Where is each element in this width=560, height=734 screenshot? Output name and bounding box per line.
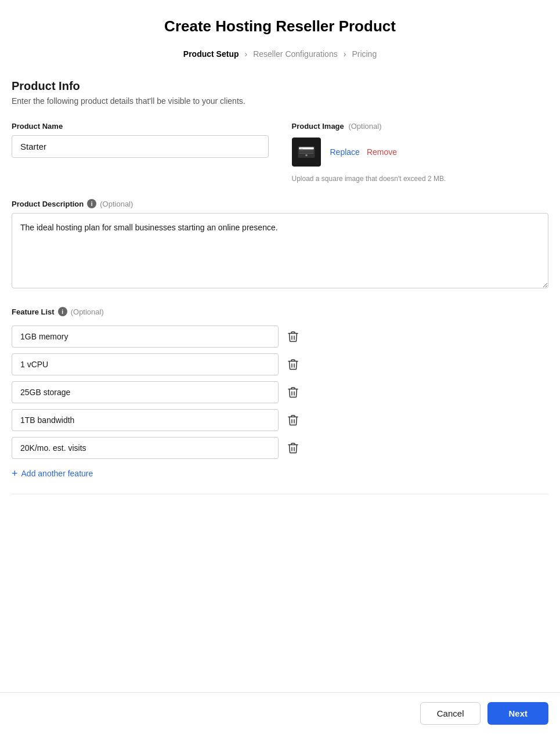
product-description-textarea[interactable]: The ideal hosting plan for small busines… (12, 213, 548, 288)
product-image-upload-area: Replace Remove (292, 138, 549, 167)
feature-item (12, 437, 548, 459)
feature-item (12, 326, 548, 348)
footer-divider (12, 494, 548, 494)
svg-rect-3 (299, 153, 313, 154)
image-hint: Upload a square image that doesn't excee… (292, 175, 549, 183)
add-feature-button[interactable]: + Add another feature (12, 465, 93, 482)
page-footer: Cancel Next (0, 692, 560, 734)
product-image-thumbnail (292, 138, 321, 167)
breadcrumb-step-1: Product Setup (183, 49, 239, 59)
breadcrumb-separator-2: › (344, 49, 346, 59)
product-name-input[interactable] (12, 135, 269, 158)
image-action-group: Replace Remove (330, 147, 398, 157)
section-title: Product Info (12, 79, 548, 93)
delete-feature-2-button[interactable] (286, 356, 301, 373)
product-name-label: Product Name (12, 122, 269, 131)
feature-input-2[interactable] (12, 353, 279, 375)
feature-input-3[interactable] (12, 381, 279, 403)
feature-list-info-icon[interactable]: i (58, 307, 67, 316)
product-description-group: Product Description i (Optional) The ide… (12, 199, 548, 291)
delete-feature-1-button[interactable] (286, 328, 301, 345)
delete-feature-4-button[interactable] (286, 412, 301, 428)
breadcrumb-step-2: Reseller Configurations (253, 49, 338, 59)
description-info-icon[interactable]: i (87, 199, 96, 208)
svg-rect-5 (300, 149, 303, 150)
feature-item (12, 353, 548, 375)
delete-feature-5-button[interactable] (286, 440, 301, 456)
remove-image-button[interactable]: Remove (367, 147, 397, 157)
feature-input-5[interactable] (12, 437, 279, 459)
feature-item (12, 409, 548, 431)
feature-item (12, 381, 548, 403)
feature-input-4[interactable] (12, 409, 279, 431)
page-title: Create Hosting Reseller Product (12, 17, 548, 35)
cancel-button[interactable]: Cancel (420, 702, 481, 725)
svg-point-4 (305, 154, 308, 157)
section-description: Enter the following product details that… (12, 96, 548, 106)
feature-input-1[interactable] (12, 326, 279, 348)
next-button[interactable]: Next (487, 702, 548, 725)
plus-icon: + (12, 468, 18, 479)
feature-list-section: Feature List i (Optional) (12, 307, 548, 482)
breadcrumb-step-3: Pricing (352, 49, 377, 59)
delete-feature-3-button[interactable] (286, 384, 301, 400)
breadcrumb: Product Setup › Reseller Configurations … (12, 49, 548, 59)
breadcrumb-separator-1: › (245, 49, 248, 59)
product-image-label: Product Image (Optional) (292, 122, 549, 131)
svg-rect-2 (299, 150, 313, 151)
feature-list-label: Feature List i (Optional) (12, 307, 548, 316)
product-description-label: Product Description i (Optional) (12, 199, 548, 208)
replace-image-button[interactable]: Replace (330, 147, 360, 157)
